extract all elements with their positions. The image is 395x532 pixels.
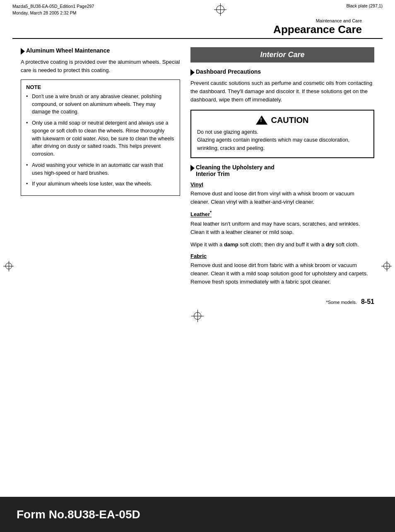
triangle-bullet <box>21 48 25 55</box>
note-item-1: Don't use a wire brush or any abrasive c… <box>26 93 175 116</box>
content-wrapper: Aluminum Wheel Maintenance A protective … <box>0 39 395 523</box>
doc-meta: Mazda5_8U38-EA-05D_Edition1 Page297 Mond… <box>12 3 94 17</box>
note-title: NOTE <box>26 84 175 90</box>
bottom-bar: Form No.8U38-EA-05D <box>0 497 395 532</box>
leather-damp: damp <box>224 241 238 248</box>
leather-subheading: Leather* <box>190 210 374 217</box>
main-content: Aluminum Wheel Maintenance A protective … <box>0 39 395 295</box>
section-label: Maintenance and Care <box>33 18 362 23</box>
cleaning-heading-text: Cleaning the Upholstery and Interior Tri… <box>196 164 275 177</box>
plate-info: Black plate (297,1) <box>346 3 383 8</box>
form-number: Form No.8U38-EA-05D <box>17 508 140 521</box>
bottom-reg-mark <box>191 310 204 322</box>
caution-box: CAUTION Do not use glazing agents. Glazi… <box>190 110 374 158</box>
caution-title-text: CAUTION <box>271 116 308 125</box>
page-title: Appearance Care <box>33 23 362 36</box>
leather-asterisk: * <box>210 210 212 215</box>
page-container: Mazda5_8U38-EA-05D_Edition1 Page297 Mond… <box>0 0 395 532</box>
caution-triangle-icon <box>256 116 267 125</box>
cleaning-triangle <box>190 165 195 171</box>
footnote-row: *Some models. 8-51 <box>0 295 395 308</box>
note-box: NOTE Don't use a wire brush or any abras… <box>21 79 180 196</box>
cleaning-heading: Cleaning the Upholstery and Interior Tri… <box>190 164 374 177</box>
fabric-subheading: Fabric <box>190 253 374 259</box>
note-list: Don't use a wire brush or any abrasive c… <box>26 93 175 188</box>
top-bar: Mazda5_8U38-EA-05D_Edition1 Page297 Mond… <box>0 0 395 18</box>
asterisk-note: *Some models. <box>326 300 357 305</box>
bottom-reg-area <box>0 308 395 326</box>
caution-title: CAUTION <box>197 116 368 125</box>
note-item-2: Only use a mild soap or neutral detergen… <box>26 119 175 158</box>
fabric-body: Remove dust and loose dirt from fabric w… <box>190 261 374 286</box>
page-number: 8-51 <box>361 298 374 306</box>
left-column: Aluminum Wheel Maintenance A protective … <box>21 47 180 291</box>
interior-care-banner: Interior Care <box>190 47 374 63</box>
dashboard-heading: Dashboard Precautions <box>190 68 374 76</box>
dashboard-triangle <box>190 69 195 76</box>
dashboard-body: Prevent caustic solutions such as perfum… <box>190 79 374 104</box>
top-reg-mark <box>214 3 226 16</box>
note-item-4: If your aluminum wheels lose luster, wax… <box>26 180 175 188</box>
dashboard-heading-text: Dashboard Precautions <box>196 68 261 75</box>
vinyl-body: Remove dust and loose dirt from vinyl wi… <box>190 190 374 206</box>
leather-body-1: Real leather isn't uniform and may have … <box>190 220 374 236</box>
top-center-mark <box>214 3 226 16</box>
vinyl-subheading: Vinyl <box>190 181 374 188</box>
aluminum-body: A protective coating is provided over th… <box>21 58 180 75</box>
aluminum-heading-text: Aluminum Wheel Maintenance <box>26 47 110 54</box>
note-item-3: Avoid washing your vehicle in an automat… <box>26 161 175 177</box>
doc-id: Mazda5_8U38-EA-05D_Edition1 Page297 <box>12 3 94 10</box>
caution-text: Do not use glazing agents. Glazing agent… <box>197 128 368 152</box>
page-header: Maintenance and Care Appearance Care <box>12 18 383 39</box>
leather-body-2: Wipe it with a damp soft cloth; then dry… <box>190 241 374 249</box>
leather-dry: dry <box>326 241 334 248</box>
doc-date: Monday, March 28 2005 2:32 PM <box>12 10 94 17</box>
aluminum-heading: Aluminum Wheel Maintenance <box>21 47 180 55</box>
right-column: Interior Care Dashboard Precautions Prev… <box>190 47 374 291</box>
